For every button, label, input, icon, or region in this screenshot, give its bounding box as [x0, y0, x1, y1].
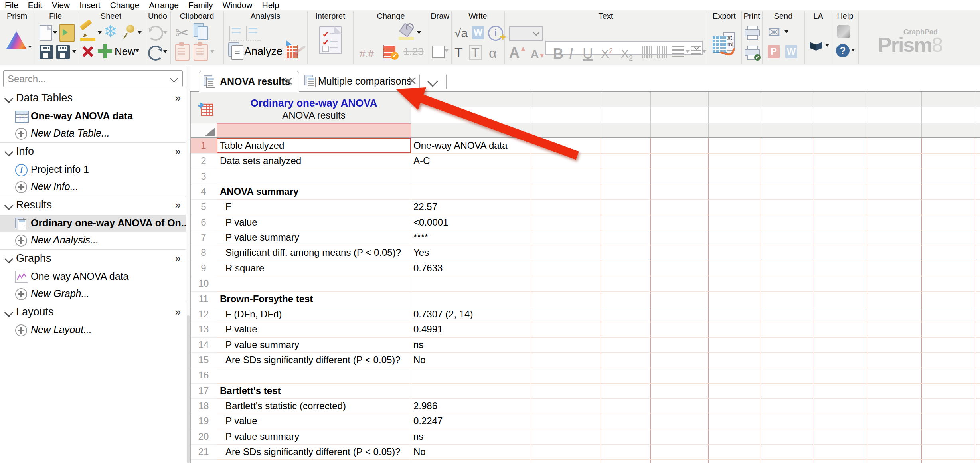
- row-label-cell[interactable]: ANOVA summary: [220, 184, 408, 199]
- print-preview-icon[interactable]: ✔: [745, 46, 759, 59]
- row-label-cell[interactable]: P value summary: [225, 230, 414, 245]
- pin-sheet-icon[interactable]: [122, 23, 137, 39]
- new-sheet-icon[interactable]: [98, 44, 112, 58]
- bold-icon[interactable]: B: [553, 46, 563, 62]
- sidebar-item-new-data-table[interactable]: New Data Table...: [0, 125, 186, 142]
- row-value-cell[interactable]: No: [413, 352, 529, 368]
- menu-family[interactable]: Family: [184, 0, 218, 10]
- menu-window[interactable]: Window: [218, 0, 257, 10]
- row-value-cell[interactable]: ns: [413, 429, 529, 444]
- font-smaller-icon[interactable]: A▼: [531, 48, 545, 61]
- row-label-cell[interactable]: Bartlett's statistic (corrected): [225, 398, 414, 414]
- row-number[interactable]: 10: [190, 276, 217, 291]
- new-sheet-label[interactable]: New: [115, 46, 135, 58]
- email-icon[interactable]: ✉: [768, 25, 780, 40]
- row-label-cell[interactable]: P value: [225, 215, 414, 230]
- chevron-down-icon[interactable]: [4, 201, 14, 210]
- redo-icon[interactable]: [148, 26, 163, 41]
- row-value-cell[interactable]: 22.57: [413, 199, 529, 214]
- word-w-icon[interactable]: W: [472, 26, 484, 39]
- row-number[interactable]: 6: [190, 215, 217, 230]
- row-label-cell[interactable]: Table Analyzed: [220, 138, 408, 153]
- row-value-cell[interactable]: 0.4991: [413, 322, 529, 337]
- la-dropdown-icon[interactable]: [825, 44, 829, 49]
- row-number[interactable]: 9: [190, 261, 217, 276]
- row-number[interactable]: 16: [190, 368, 217, 383]
- paste-special-icon[interactable]: [194, 44, 208, 61]
- wand-icon[interactable]: [292, 42, 308, 58]
- row-number[interactable]: 14: [190, 337, 217, 352]
- greek-icon[interactable]: α: [489, 46, 497, 61]
- menu-edit[interactable]: Edit: [23, 0, 47, 10]
- menu-insert[interactable]: Insert: [75, 0, 105, 10]
- word-icon[interactable]: W: [785, 45, 797, 58]
- row-label-cell[interactable]: [220, 276, 408, 291]
- menu-file[interactable]: File: [0, 0, 23, 10]
- undo-icon[interactable]: [148, 46, 163, 61]
- linked-table-icon[interactable]: [198, 100, 213, 118]
- row-value-cell[interactable]: 0.7307 (2, 14): [413, 307, 529, 322]
- help-dropdown-icon[interactable]: [851, 49, 855, 53]
- superscript-icon[interactable]: X2: [601, 47, 613, 61]
- sqrt-text-icon[interactable]: √a: [454, 26, 468, 40]
- row-label-cell[interactable]: P value summary: [225, 429, 414, 444]
- tab-list-chevron-icon[interactable]: [427, 76, 438, 87]
- new-file-icon[interactable]: [40, 25, 52, 41]
- row-label-cell[interactable]: Are SDs significantly different (P < 0.0…: [225, 444, 414, 459]
- sidebar-item-project-info-1[interactable]: iProject info 1: [0, 161, 186, 178]
- row-label-cell[interactable]: [220, 368, 408, 383]
- analysis-params2-icon[interactable]: [246, 26, 261, 41]
- row-number[interactable]: 18: [190, 398, 217, 414]
- sidebar-item-new-analysis[interactable]: New Analysis...: [0, 232, 186, 249]
- sidebar-item-new-graph[interactable]: New Graph...: [0, 285, 186, 303]
- row-value-cell[interactable]: 2.986: [413, 398, 529, 414]
- section-more-icon[interactable]: »: [175, 92, 181, 104]
- tab-anova-results[interactable]: ANOVA results: [199, 71, 299, 92]
- sidebar-section-results[interactable]: Results»: [0, 197, 186, 214]
- analyze-icon[interactable]: =: [228, 42, 243, 59]
- section-more-icon[interactable]: »: [175, 199, 181, 211]
- menu-change[interactable]: Change: [105, 0, 144, 10]
- section-more-icon[interactable]: »: [175, 252, 181, 265]
- row-label-cell[interactable]: R square: [225, 261, 414, 276]
- row-number[interactable]: 13: [190, 322, 217, 337]
- row-number[interactable]: 17: [190, 383, 217, 398]
- row-value-cell[interactable]: 0.2247: [413, 414, 529, 429]
- sidebar-section-layouts[interactable]: Layouts»: [0, 304, 186, 321]
- row-label-cell[interactable]: Significant diff. among means (P < 0.05)…: [225, 245, 414, 260]
- prism-menu-dropdown-icon[interactable]: [28, 46, 32, 50]
- info-add-icon[interactable]: i: [488, 26, 503, 41]
- row-value-cell[interactable]: [413, 184, 529, 199]
- row-value-cell[interactable]: [413, 383, 529, 398]
- row-value-cell[interactable]: [413, 169, 529, 184]
- save-as-icon[interactable]: [56, 45, 70, 59]
- italic-icon[interactable]: I: [569, 46, 573, 62]
- row-number[interactable]: 3: [190, 169, 217, 184]
- row-value-cell[interactable]: No: [413, 444, 529, 459]
- paste-dropdown-icon[interactable]: [210, 50, 214, 55]
- highlight-dropdown-icon[interactable]: [98, 31, 102, 36]
- line-spacing-icon[interactable]: [691, 46, 701, 57]
- prism-viewer-icon[interactable]: [837, 25, 850, 38]
- search-chevron-icon[interactable]: [170, 75, 178, 83]
- sidebar-item-new-layout[interactable]: New Layout...: [0, 322, 186, 339]
- chevron-down-icon[interactable]: [4, 255, 14, 264]
- text-box-icon[interactable]: T: [469, 45, 482, 60]
- chevron-down-icon[interactable]: [4, 94, 14, 103]
- new-sheet-dropdown-icon[interactable]: [135, 49, 139, 54]
- cut-icon[interactable]: ✂: [175, 25, 189, 41]
- help-icon[interactable]: ?: [836, 44, 850, 57]
- row-label-cell[interactable]: Brown-Forsythe test: [220, 291, 408, 307]
- number-format-icon[interactable]: #.#: [360, 49, 374, 59]
- copy-icon[interactable]: [194, 23, 207, 39]
- close-tab-icon[interactable]: [285, 77, 292, 85]
- row-number[interactable]: 7: [190, 230, 217, 245]
- row-number[interactable]: 4: [190, 184, 217, 199]
- row-number[interactable]: 12: [190, 307, 217, 322]
- menu-view[interactable]: View: [47, 0, 75, 10]
- row-number[interactable]: 5: [190, 199, 217, 214]
- new-file-dropdown-icon[interactable]: [53, 31, 57, 36]
- row-value-cell[interactable]: <0.0001: [413, 215, 529, 230]
- sidebar-section-data-tables[interactable]: Data Tables»: [0, 90, 186, 107]
- tab-label[interactable]: Multiple comparisons: [318, 75, 412, 87]
